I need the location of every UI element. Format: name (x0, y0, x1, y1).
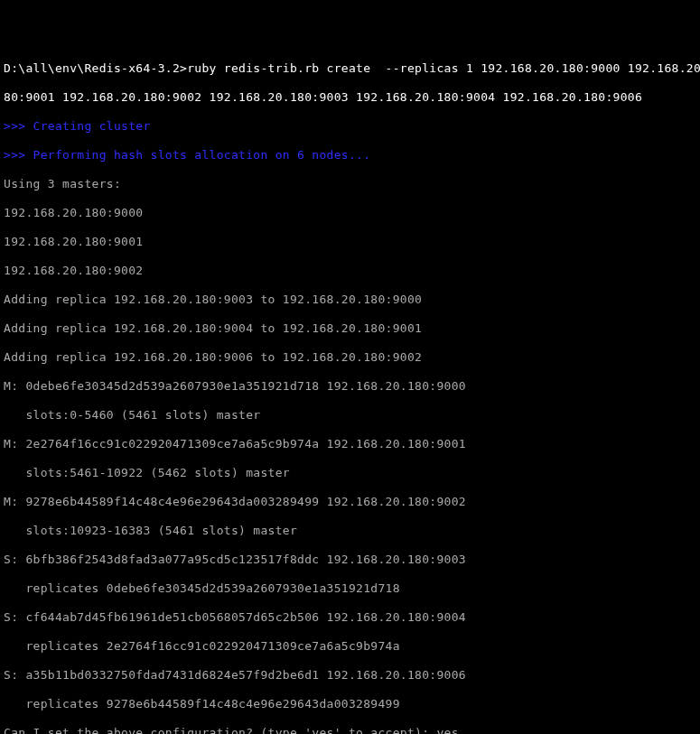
add-replica-0: Adding replica 192.168.20.180:9003 to 19… (4, 293, 696, 307)
stage-hash: >>> Performing hash slots allocation on … (4, 148, 696, 163)
master-1: 192.168.20.180:9001 (4, 235, 696, 249)
plan-6: S: 6bfb386f2543d8fad3a077a95cd5c123517f8… (4, 553, 696, 567)
plan-4: M: 9278e6b44589f14c48c4e96e29643da003289… (4, 495, 696, 509)
add-replica-2: Adding replica 192.168.20.180:9006 to 19… (4, 350, 696, 365)
add-replica-1: Adding replica 192.168.20.180:9004 to 19… (4, 321, 696, 336)
prompt-line[interactable]: D:\all\env\Redis-x64-3.2>ruby redis-trib… (4, 61, 696, 76)
master-0: 192.168.20.180:9000 (4, 206, 696, 220)
cmd: ruby redis-trib.rb create --replicas 1 1… (187, 61, 700, 75)
plan-9: replicates 2e2764f16cc91c022920471309ce7… (4, 639, 696, 654)
prompt-path: D:\all\env\Redis-x64-3.2> (4, 61, 187, 75)
plan-5: slots:10923-16383 (5461 slots) master (4, 524, 696, 538)
plan-8: S: cf644ab7d45fb61961de51cb0568057d65c2b… (4, 610, 696, 625)
plan-11: replicates 9278e6b44589f14c48c4e96e29643… (4, 697, 696, 711)
plan-10: S: a35b11bd0332750fdad7431d6824e57f9d2be… (4, 668, 696, 683)
using-masters: Using 3 masters: (4, 177, 696, 191)
plan-3: slots:5461-10922 (5462 slots) master (4, 466, 696, 480)
plan-0: M: 0debe6fe30345d2d539a2607930e1a351921d… (4, 379, 696, 394)
plan-1: slots:0-5460 (5461 slots) master (4, 408, 696, 423)
stage-creating: >>> Creating cluster (4, 119, 696, 134)
plan-7: replicates 0debe6fe30345d2d539a2607930e1… (4, 581, 696, 596)
plan-2: M: 2e2764f16cc91c022920471309ce7a6a5c9b9… (4, 437, 696, 451)
master-2: 192.168.20.180:9002 (4, 264, 696, 278)
cmd-cont: 80:9001 192.168.20.180:9002 192.168.20.1… (4, 90, 696, 105)
confirm[interactable]: Can I set the above configuration? (type… (4, 726, 696, 734)
